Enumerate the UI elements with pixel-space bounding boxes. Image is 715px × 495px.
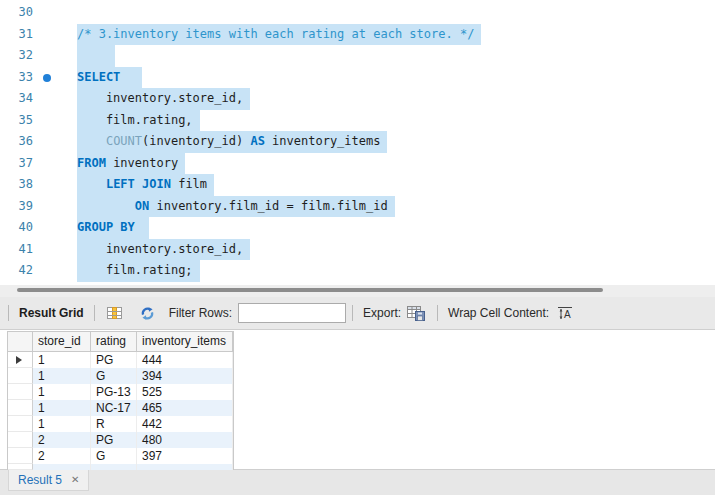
- table-cell[interactable]: 1: [33, 416, 91, 432]
- result-grid-title: Result Grid: [19, 306, 84, 320]
- line-number[interactable]: 42: [0, 260, 33, 282]
- code-line[interactable]: 38 LEFT JOIN film: [0, 174, 715, 196]
- svg-text:A: A: [564, 309, 571, 320]
- table-cell[interactable]: PG: [91, 432, 137, 448]
- table-cell[interactable]: 525: [137, 384, 233, 400]
- code-text: film.rating,: [77, 110, 200, 132]
- row-selector-cell[interactable]: [8, 432, 33, 448]
- code-line[interactable]: 39 ON inventory.film_id = film.film_id: [0, 196, 715, 218]
- column-header-inventory_items[interactable]: inventory_items: [137, 332, 233, 351]
- code-line[interactable]: 41 inventory.store_id,: [0, 239, 715, 261]
- sql-editor[interactable]: 3031/* 3.inventory items with each ratin…: [0, 0, 715, 285]
- table-row[interactable]: 1R442: [8, 416, 233, 432]
- table-cell[interactable]: 394: [137, 368, 233, 384]
- code-line[interactable]: 34 inventory.store_id,: [0, 88, 715, 110]
- line-number[interactable]: 31: [0, 24, 33, 46]
- toolbar-separator: [352, 305, 353, 321]
- column-header-store_id[interactable]: store_id: [33, 332, 91, 351]
- line-number[interactable]: 30: [0, 2, 33, 24]
- tab-result-5[interactable]: Result 5 ✕: [8, 470, 89, 491]
- scrollbar-thumb[interactable]: [17, 288, 603, 292]
- table-cell[interactable]: 1: [33, 384, 91, 400]
- selection-highlight: SELECT: [77, 67, 142, 89]
- table-cell[interactable]: PG-13: [91, 384, 137, 400]
- table-row[interactable]: 1NC-17465: [8, 400, 233, 416]
- code-text: inventory.store_id,: [77, 88, 250, 110]
- code-line[interactable]: 30: [0, 2, 715, 24]
- selection-highlight: [77, 45, 115, 67]
- table-row[interactable]: 2G397: [8, 448, 233, 464]
- code-line[interactable]: 37FROM inventory: [0, 153, 715, 175]
- table-cell[interactable]: 1: [33, 368, 91, 384]
- table-cell[interactable]: R: [91, 416, 137, 432]
- code-text: FROM inventory: [77, 153, 185, 175]
- table-row[interactable]: 1PG444: [8, 352, 233, 368]
- close-icon[interactable]: ✕: [71, 475, 79, 485]
- table-cell[interactable]: 444: [137, 352, 233, 368]
- table-row[interactable]: 2PG480: [8, 432, 233, 448]
- selection-highlight: film.rating,: [77, 110, 200, 132]
- code-line[interactable]: 36 COUNT(inventory_id) AS inventory_item…: [0, 131, 715, 153]
- toolbar-separator: [437, 305, 438, 321]
- selection-highlight: GROUP BY: [77, 217, 149, 239]
- wrap-cell-content-icon[interactable]: A: [557, 306, 573, 320]
- result-grid-area: store_idratinginventory_items1PG4441G394…: [0, 330, 715, 469]
- result-grid-icon[interactable]: [107, 306, 122, 320]
- line-number[interactable]: 34: [0, 88, 33, 110]
- row-selector-cell: [8, 464, 33, 470]
- code-text: COUNT(inventory_id) AS inventory_items: [77, 131, 387, 153]
- line-number[interactable]: 38: [0, 174, 33, 196]
- row-selector-cell[interactable]: [8, 400, 33, 416]
- line-number[interactable]: 32: [0, 45, 33, 67]
- selection-highlight: COUNT(inventory_id) AS inventory_items: [77, 131, 387, 153]
- code-line[interactable]: 32: [0, 45, 715, 67]
- code-text: SELECT: [77, 67, 142, 89]
- code-line[interactable]: 33SELECT: [0, 67, 715, 89]
- table-cell[interactable]: G: [91, 448, 137, 464]
- line-number[interactable]: 40: [0, 217, 33, 239]
- row-selector-header[interactable]: [8, 332, 33, 351]
- table-cell[interactable]: 2: [33, 432, 91, 448]
- editor-horizontal-scrollbar[interactable]: [0, 285, 715, 297]
- line-number[interactable]: 41: [0, 239, 33, 261]
- export-icon[interactable]: [407, 306, 425, 321]
- code-text: /* 3.inventory items with each rating at…: [77, 24, 481, 46]
- result-tab-label: Result 5: [18, 473, 62, 487]
- table-cell[interactable]: 480: [137, 432, 233, 448]
- table-cell[interactable]: NC-17: [91, 400, 137, 416]
- table-row[interactable]: 1G394: [8, 368, 233, 384]
- table-cell[interactable]: 397: [137, 448, 233, 464]
- filter-rows-label: Filter Rows:: [169, 306, 232, 320]
- row-selector-cell[interactable]: [8, 384, 33, 400]
- table-cell[interactable]: PG: [91, 352, 137, 368]
- table-cell[interactable]: 1: [33, 400, 91, 416]
- table-cell[interactable]: 2: [33, 448, 91, 464]
- row-selector-cell[interactable]: [8, 416, 33, 432]
- table-cell[interactable]: 1: [33, 352, 91, 368]
- selection-highlight: film.rating;: [77, 260, 200, 282]
- statement-marker-dot-icon: [43, 74, 51, 82]
- row-selector-cell[interactable]: [8, 448, 33, 464]
- current-row-arrow-icon: [16, 356, 22, 364]
- table-cell[interactable]: 442: [137, 416, 233, 432]
- export-label: Export:: [363, 306, 401, 320]
- table-cell[interactable]: 465: [137, 400, 233, 416]
- line-number[interactable]: 33: [0, 67, 33, 89]
- table-cell[interactable]: G: [91, 368, 137, 384]
- code-line[interactable]: 31/* 3.inventory items with each rating …: [0, 24, 715, 46]
- line-number[interactable]: 37: [0, 153, 33, 175]
- table-row[interactable]: 1PG-13525: [8, 384, 233, 400]
- filter-rows-input[interactable]: [238, 303, 346, 323]
- code-line[interactable]: 40GROUP BY: [0, 217, 715, 239]
- row-selector-cell[interactable]: [8, 352, 33, 368]
- refresh-icon[interactable]: [140, 306, 155, 321]
- column-header-rating[interactable]: rating: [91, 332, 137, 351]
- row-selector-cell[interactable]: [8, 368, 33, 384]
- code-line[interactable]: 35 film.rating,: [0, 110, 715, 132]
- line-number[interactable]: 35: [0, 110, 33, 132]
- result-grid-toolbar: Result Grid Filter Rows: Export:: [0, 297, 715, 330]
- line-number[interactable]: 39: [0, 196, 33, 218]
- line-number[interactable]: 36: [0, 131, 33, 153]
- table-cell: [33, 464, 91, 470]
- code-line[interactable]: 42 film.rating;: [0, 260, 715, 282]
